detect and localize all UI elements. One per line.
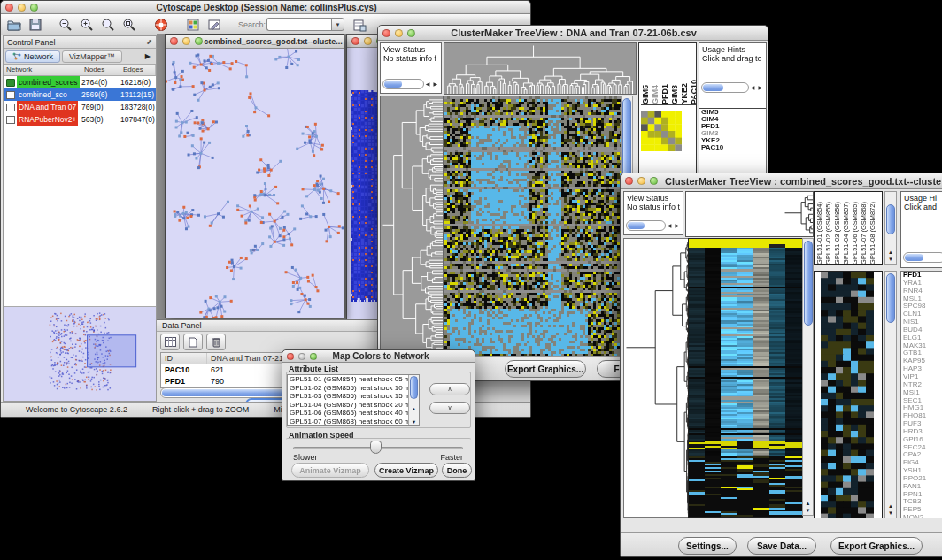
zoom-heatmap[interactable] (821, 272, 874, 518)
zoom-in-button[interactable] (79, 17, 95, 33)
zoom-out-button[interactable] (58, 17, 73, 33)
labels-vscrollbar[interactable]: ▲ ▼ (884, 191, 897, 265)
export-graphics-button[interactable]: Export Graphics... (830, 537, 923, 555)
array-label[interactable]: GPL51-06 (GSM865) (851, 202, 860, 265)
scroll-right-icon[interactable]: ▶ (756, 82, 764, 93)
network-row[interactable]: RNAPuberNov2+563(0)107847(0) (4, 113, 156, 126)
minimize-button[interactable] (395, 29, 403, 37)
array-label[interactable]: PAC10 (690, 80, 696, 104)
scroll-left-icon[interactable]: ◀ (424, 79, 432, 89)
scrollbar-thumb[interactable] (886, 204, 895, 234)
global-heatmap[interactable] (444, 96, 622, 357)
animate-vizmap-button[interactable]: Animate Vizmap (291, 463, 369, 478)
annotation-tool-button[interactable] (206, 17, 222, 33)
minimize-button[interactable] (364, 37, 372, 45)
attribute-item[interactable]: GPL51-03 (GSM856) heat shock 15 min (288, 392, 408, 401)
search-input[interactable] (266, 18, 332, 31)
tab-vizmapper[interactable]: VizMapper™ (62, 50, 122, 63)
column-header-network[interactable]: Network (4, 65, 81, 75)
attribute-item[interactable]: GPL51-01 (GSM854) heat shock 05 min (288, 375, 408, 384)
tab-network[interactable]: Network (5, 50, 60, 63)
minimize-button[interactable] (637, 177, 645, 185)
zoom-fit-button[interactable] (100, 17, 116, 33)
scroll-down-icon[interactable]: ▼ (409, 419, 419, 426)
row-dendrogram[interactable] (623, 238, 689, 518)
array-label[interactable]: GPL51-04 (GSM857) (842, 202, 851, 265)
done-button[interactable]: Done (442, 463, 472, 478)
view-status-scrollbar[interactable]: ◀ ▶ (382, 79, 439, 89)
scroll-down-icon[interactable]: ▼ (885, 510, 896, 518)
array-label[interactable]: GPL51-07 (GSM868) (860, 202, 869, 265)
zoom-button[interactable] (30, 4, 38, 12)
scrollbar-thumb[interactable] (886, 273, 895, 323)
array-label[interactable]: GIM4 (651, 85, 660, 104)
column-dendrogram[interactable] (444, 42, 637, 95)
array-label[interactable]: YKE2 (680, 83, 690, 104)
scroll-left-icon[interactable]: ◀ (749, 82, 757, 93)
array-label[interactable]: GPL51-02 (GSM855) (824, 202, 833, 265)
scrollbar-thumb[interactable] (384, 81, 402, 88)
scroll-up-icon[interactable]: ▲ (803, 501, 813, 508)
column-header-id[interactable]: ID (161, 353, 207, 364)
zoom-button[interactable] (407, 29, 415, 37)
gene-label[interactable]: PAC10 (699, 144, 766, 151)
scrollbar-track[interactable] (382, 79, 424, 89)
save-session-button[interactable] (27, 17, 43, 33)
zoom-button[interactable] (310, 353, 317, 360)
attribute-item[interactable]: GPL51-07 (GSM868) heat shock 60 min (288, 418, 408, 425)
view-status-scrollbar[interactable]: ◀ ▶ (626, 220, 681, 231)
column-dendrogram[interactable] (685, 191, 814, 237)
scrollbar-track[interactable] (903, 252, 942, 263)
create-vizmap-button[interactable]: Create Vizmap (374, 463, 438, 478)
scroll-up-icon[interactable]: ▲ (885, 503, 896, 510)
export-graphics-button[interactable]: Export Graphics... (505, 360, 586, 378)
close-button[interactable] (351, 37, 359, 45)
scrollbar-thumb[interactable] (410, 376, 418, 399)
scrollbar-thumb[interactable] (804, 241, 813, 326)
scroll-down-icon[interactable]: ▼ (803, 508, 813, 515)
birdseye-view[interactable] (4, 307, 156, 401)
zoom-button[interactable] (650, 177, 658, 185)
array-label[interactable]: GPL51-03 (GSM856) (833, 202, 842, 265)
move-down-button[interactable]: ∨ (429, 402, 470, 414)
open-session-button[interactable] (6, 17, 22, 33)
scrollbar-track[interactable] (701, 82, 749, 93)
network-row[interactable]: combined_scores2764(0)16218(0) (4, 76, 156, 88)
array-label[interactable]: PFD1 (660, 84, 670, 104)
zoom-vscrollbar[interactable]: ▲ ▼ (884, 271, 897, 518)
scroll-right-icon[interactable]: ▶ (673, 220, 681, 231)
search-dropdown-arrow[interactable]: ▼ (331, 18, 344, 31)
usage-hints-scrollbar[interactable] (903, 252, 942, 263)
close-button[interactable] (625, 177, 633, 185)
array-label[interactable]: GPL51-08 (GSM872) (869, 202, 877, 265)
delete-attribute-button[interactable] (206, 334, 226, 350)
help-button[interactable] (153, 17, 169, 33)
scrollbar-thumb[interactable] (905, 254, 923, 261)
scroll-left-icon[interactable]: ◀ (666, 220, 674, 231)
new-attribute-button[interactable] (183, 334, 203, 350)
scroll-right-icon[interactable]: ▶ (431, 79, 439, 89)
column-header-edges[interactable]: Edges (120, 65, 156, 75)
column-header-nodes[interactable]: Nodes (81, 65, 120, 75)
row-dendrogram[interactable] (380, 96, 444, 357)
global-heatmap[interactable] (688, 238, 803, 518)
minimize-button[interactable] (182, 37, 190, 45)
animation-slider-thumb[interactable] (370, 441, 382, 454)
close-button[interactable] (5, 4, 13, 12)
vizmapper-tool-button[interactable] (185, 17, 201, 33)
listbox-vscrollbar[interactable]: ▲ ▼ (408, 375, 419, 425)
settings-button[interactable]: Settings... (678, 537, 737, 555)
usage-hints-scrollbar[interactable]: ◀ ▶ (701, 82, 764, 93)
scroll-up-icon[interactable]: ▲ (409, 406, 419, 412)
save-data-button[interactable]: Save Data... (747, 537, 816, 555)
attribute-listbox[interactable]: GPL51-01 (GSM854) heat shock 05 minGPL51… (287, 374, 420, 426)
close-button[interactable] (170, 37, 178, 45)
summary-heatmap[interactable] (641, 111, 682, 151)
import-table-button[interactable] (351, 17, 367, 33)
zoom-button[interactable] (195, 37, 203, 45)
network-canvas[interactable] (166, 49, 344, 318)
scrollbar-track[interactable] (626, 220, 666, 231)
scroll-down-icon[interactable]: ▼ (885, 257, 896, 264)
array-label[interactable]: GIM5 (641, 85, 651, 104)
array-label[interactable]: GPL51-01 (GSM854) (815, 202, 824, 265)
